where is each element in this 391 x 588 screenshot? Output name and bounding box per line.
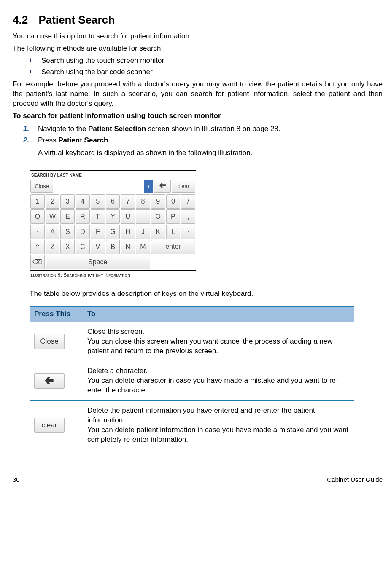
key[interactable]: W [46, 209, 60, 224]
key[interactable]: 8 [136, 194, 150, 209]
table-cell-key: Close [30, 322, 83, 361]
clear-key-icon: clear [34, 418, 65, 433]
key[interactable]: · [30, 225, 45, 239]
section-title: Patient Search [38, 13, 115, 26]
search-input[interactable]: ▼ [54, 180, 153, 193]
desc-line: Close this screen. [87, 328, 144, 336]
key[interactable]: E [60, 209, 75, 224]
step-text: . [108, 136, 110, 144]
table-header: To [83, 306, 354, 322]
step-text: Press [38, 136, 58, 144]
key[interactable]: T [91, 209, 105, 224]
key[interactable]: S [60, 225, 75, 239]
step-text-bold: Patient Search [58, 136, 108, 144]
key[interactable]: G [106, 225, 120, 239]
section-number: 4.2 [13, 13, 28, 26]
table-header-row: Press This To [30, 306, 354, 322]
key[interactable]: 0 [166, 194, 181, 209]
table-cell-desc: Delete the patient information you have … [83, 401, 354, 450]
key[interactable]: · [181, 225, 195, 239]
key[interactable]: C [76, 240, 90, 254]
key[interactable]: F [91, 225, 105, 239]
key[interactable]: 2 [46, 194, 60, 209]
key[interactable]: Z [46, 240, 60, 254]
backspace-key-icon: 🡰 [34, 373, 65, 389]
key[interactable]: V [91, 240, 105, 254]
backspace-button[interactable]: 🡰 [154, 180, 171, 193]
key[interactable]: X [60, 240, 75, 254]
table-row: 🡰 Delete a character. You can delete cha… [30, 361, 354, 401]
key-description-table: Press This To Close Close this screen. Y… [30, 306, 354, 450]
desc-line: Delete a character. [87, 367, 148, 375]
desc-line: You can close this screen when you want … [87, 337, 333, 355]
step-text: screen shown in Illustration 8 on page 2… [146, 125, 280, 133]
step-number: 1. [23, 124, 29, 134]
enter-key[interactable]: enter [151, 240, 195, 254]
key[interactable]: 3 [60, 194, 75, 209]
key[interactable]: 9 [151, 194, 165, 209]
step-item: 2. Press Patient Search. [23, 136, 383, 145]
paragraph: You can use this option to search for pa… [13, 32, 383, 41]
desc-line: You can delete patient information in ca… [87, 426, 348, 443]
close-key-icon: Close [34, 334, 65, 349]
section-heading: 4.2 Patient Search [13, 13, 383, 27]
key[interactable]: U [121, 209, 135, 224]
key[interactable]: 5 [91, 194, 105, 209]
bullet-list: Search using the touch screen monitor Se… [13, 56, 383, 77]
key[interactable]: H [121, 225, 135, 239]
page-number: 30 [13, 475, 20, 484]
key[interactable]: K [151, 225, 165, 239]
key[interactable]: B [106, 240, 120, 254]
dropdown-icon[interactable]: ▼ [144, 180, 153, 193]
keyboard-figure: SEARCH BY LAST NAME Close ▼ 🡰 clear 1 2 … [30, 170, 196, 278]
key[interactable]: M [136, 240, 150, 254]
table-cell-desc: Delete a character. You can delete chara… [83, 361, 354, 401]
keyboard-header: SEARCH BY LAST NAME [30, 171, 196, 179]
table-intro: The table below provides a description o… [30, 289, 383, 299]
key[interactable]: R [76, 209, 90, 224]
table-header: Press This [30, 306, 83, 322]
table-cell-key: 🡰 [30, 361, 83, 401]
paragraph: The following methods are available for … [13, 44, 383, 54]
keyboard-grid: 1 2 3 4 5 6 7 8 9 0 / Q W E R T Y U I O … [30, 194, 196, 269]
space-key[interactable]: Space [46, 255, 150, 269]
key[interactable]: D [76, 225, 90, 239]
step-number: 2. [23, 136, 29, 145]
step-list: 1. Navigate to the Patient Selection scr… [13, 124, 383, 145]
step-text: Navigate to the [38, 125, 88, 133]
step-note: A virtual keyboard is displayed as shown… [38, 148, 383, 158]
key[interactable]: J [136, 225, 150, 239]
close-button[interactable]: Close [30, 180, 53, 193]
step-text-bold: Patient Selection [88, 125, 146, 133]
key[interactable]: 6 [106, 194, 120, 209]
key[interactable]: / [181, 194, 195, 209]
key[interactable]: , [181, 209, 195, 224]
key[interactable]: L [166, 225, 181, 239]
key[interactable]: Y [106, 209, 120, 224]
page-footer: 30 Cabinet User Guide [13, 475, 383, 484]
desc-line: You can delete character in case you hav… [87, 376, 338, 394]
key[interactable]: ⌫ [30, 255, 45, 269]
key[interactable]: A [46, 225, 60, 239]
key[interactable]: 7 [121, 194, 135, 209]
table-row: clear Delete the patient information you… [30, 401, 354, 450]
key[interactable]: P [166, 209, 181, 224]
shift-key[interactable]: ⇧ [30, 240, 45, 254]
clear-button[interactable]: clear [172, 180, 195, 193]
guide-title: Cabinet User Guide [327, 475, 383, 484]
step-item: 1. Navigate to the Patient Selection scr… [23, 124, 383, 134]
key[interactable]: Q [30, 209, 45, 224]
illustration-caption: Illustration 9: Searching patient inform… [30, 272, 196, 278]
bullet-item: Search using the touch screen monitor [30, 56, 383, 66]
key[interactable]: N [121, 240, 135, 254]
key[interactable]: O [151, 209, 165, 224]
subheading: To search for patient information using … [13, 111, 383, 121]
paragraph: For example, before you proceed with a d… [13, 80, 383, 109]
key[interactable]: 4 [76, 194, 90, 209]
table-cell-key: clear [30, 401, 83, 450]
key[interactable]: I [136, 209, 150, 224]
table-cell-desc: Close this screen. You can close this sc… [83, 322, 354, 361]
key[interactable]: 1 [30, 194, 45, 209]
desc-line: Delete the patient information you have … [87, 406, 315, 424]
table-row: Close Close this screen. You can close t… [30, 322, 354, 361]
